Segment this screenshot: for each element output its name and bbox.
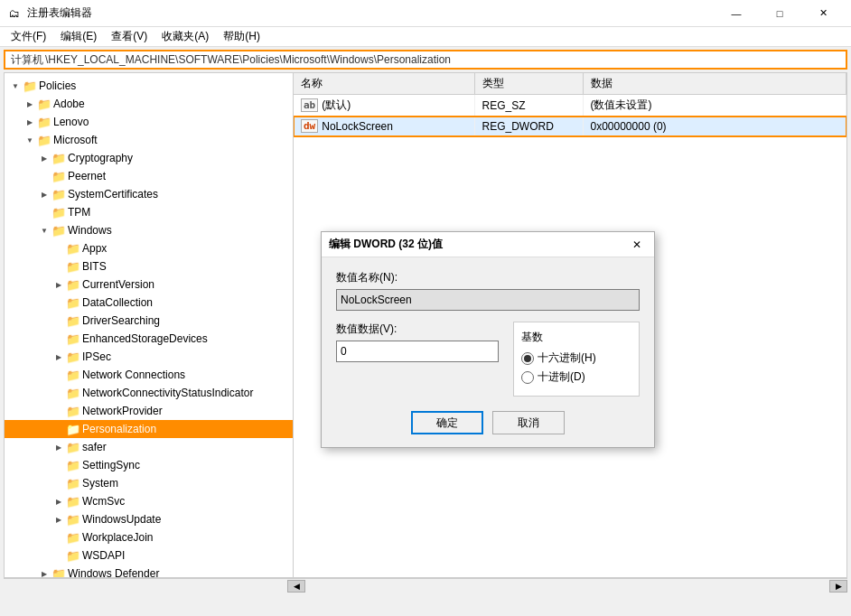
expand-icon-currentversion[interactable]: ▶	[51, 277, 66, 292]
tree-item-ipsec[interactable]: ▶📁IPSec	[5, 348, 293, 366]
folder-icon-workplacejoin: 📁	[66, 530, 80, 545]
title-bar-title: 注册表编辑器	[27, 5, 92, 21]
tree-label-windowsdefender: Windows Defender	[68, 567, 159, 577]
expand-icon-windowsdefender[interactable]: ▶	[37, 566, 51, 577]
scrollbar-right-arrow[interactable]: ▶	[829, 580, 847, 593]
horizontal-scrollbar[interactable]: ◀ ▶	[4, 578, 847, 593]
dialog-confirm-button[interactable]: 确定	[411, 411, 483, 434]
tree-item-currentversion[interactable]: ▶📁CurrentVersion	[5, 275, 293, 294]
reg-type-icon: dw	[301, 119, 318, 133]
menu-edit[interactable]: 编辑(E)	[53, 27, 104, 46]
tree-label-wcmsvc: WcmSvc	[82, 495, 125, 508]
table-row[interactable]: ab(默认)REG_SZ(数值未设置)	[294, 95, 846, 117]
tree-item-networkconn2[interactable]: 📁NetworkConnectivityStatusIndicator	[5, 384, 293, 402]
tree-item-systemcerts[interactable]: ▶📁SystemCertificates	[5, 185, 293, 203]
tree-label-peernet: Peernet	[68, 170, 106, 182]
menu-favorites[interactable]: 收藏夹(A)	[154, 27, 216, 46]
expand-icon-ipsec[interactable]: ▶	[51, 350, 66, 364]
expand-icon-safer[interactable]: ▶	[51, 440, 66, 454]
main-area: ▼📁Policies▶📁Adobe▶📁Lenovo▼📁Microsoft▶📁Cr…	[4, 72, 847, 578]
title-bar: 🗂 注册表编辑器 — □ ✕	[0, 0, 851, 27]
expand-icon-systemcerts[interactable]: ▶	[37, 187, 51, 201]
expand-icon-windows[interactable]: ▼	[37, 223, 51, 238]
radio-dec-btn[interactable]	[521, 371, 534, 384]
expand-icon-adobe[interactable]: ▶	[23, 97, 37, 111]
maximize-button[interactable]: □	[759, 1, 800, 26]
menu-help[interactable]: 帮助(H)	[216, 27, 267, 46]
close-button[interactable]: ✕	[802, 1, 844, 26]
tree-item-safer[interactable]: ▶📁safer	[5, 438, 293, 456]
tree-item-windowsdefender[interactable]: ▶📁Windows Defender	[5, 565, 293, 577]
folder-icon-adobe: 📁	[37, 97, 51, 111]
reg-name-label: NoLockScreen	[322, 120, 393, 133]
tree-item-tpm[interactable]: 📁TPM	[5, 203, 293, 221]
tree-item-networkprovider[interactable]: 📁NetworkProvider	[5, 402, 293, 420]
expand-icon-networkprovider	[51, 404, 66, 418]
menu-view[interactable]: 查看(V)	[104, 27, 154, 46]
tree-panel: ▼📁Policies▶📁Adobe▶📁Lenovo▼📁Microsoft▶📁Cr…	[5, 73, 294, 577]
folder-icon-networkprovider: 📁	[66, 404, 80, 418]
tree-item-adobe[interactable]: ▶📁Adobe	[5, 95, 293, 113]
folder-icon-windowsdefender: 📁	[51, 566, 66, 577]
radio-hex[interactable]: 十六进制(H)	[521, 350, 631, 366]
tree-label-networkprovider: NetworkProvider	[82, 405, 163, 417]
tree-item-networkconnections[interactable]: 📁Network Connections	[5, 366, 293, 384]
edit-dialog: 编辑 DWORD (32 位)值 ✕ 数值名称(N): 数值数据(V): 基数 …	[321, 231, 655, 448]
expand-icon-cryptography[interactable]: ▶	[37, 151, 51, 165]
tree-label-safer: safer	[82, 441, 107, 453]
folder-icon-networkconnections: 📁	[66, 368, 80, 382]
expand-icon-wcmsvc[interactable]: ▶	[51, 494, 66, 509]
tree-item-personalization[interactable]: 📁Personalization	[5, 420, 293, 438]
tree-label-lenovo: Lenovo	[53, 116, 89, 128]
radio-dec[interactable]: 十进制(D)	[521, 369, 631, 385]
tree-label-cryptography: Cryptography	[68, 152, 133, 164]
radio-dec-label: 十进制(D)	[538, 369, 585, 385]
dialog-name-input[interactable]	[336, 289, 640, 311]
tree-item-windowsupdate[interactable]: ▶📁WindowsUpdate	[5, 510, 293, 528]
reg-type-cell: REG_DWORD	[474, 117, 583, 136]
tree-item-lenovo[interactable]: ▶📁Lenovo	[5, 113, 293, 131]
menu-file[interactable]: 文件(F)	[4, 27, 53, 46]
tree-item-policies[interactable]: ▼📁Policies	[5, 77, 293, 95]
folder-icon-safer: 📁	[66, 440, 80, 454]
tree-label-windows: Windows	[68, 224, 112, 237]
folder-icon-system: 📁	[66, 476, 80, 490]
tree-item-cryptography[interactable]: ▶📁Cryptography	[5, 149, 293, 167]
radio-hex-btn[interactable]	[521, 352, 534, 365]
tree-item-peernet[interactable]: 📁Peernet	[5, 167, 293, 185]
tree-item-bits[interactable]: 📁BITS	[5, 257, 293, 275]
folder-icon-cryptography: 📁	[51, 151, 66, 165]
tree-label-wsdapi: WSDAPI	[82, 549, 125, 562]
menu-bar: 文件(F) 编辑(E) 查看(V) 收藏夹(A) 帮助(H)	[0, 27, 851, 47]
expand-icon-windowsupdate[interactable]: ▶	[51, 512, 66, 527]
expand-icon-system	[51, 476, 66, 490]
dialog-title: 编辑 DWORD (32 位)值	[329, 237, 443, 252]
dialog-close-button[interactable]: ✕	[627, 235, 647, 255]
reg-name-label: (默认)	[322, 98, 351, 113]
tree-item-windows[interactable]: ▼📁Windows	[5, 221, 293, 239]
tree-item-settingsync[interactable]: 📁SettingSync	[5, 456, 293, 474]
table-row[interactable]: dwNoLockScreenREG_DWORD0x00000000 (0)	[294, 117, 846, 136]
folder-icon-enhancedstorage: 📁	[66, 331, 80, 346]
tree-item-system[interactable]: 📁System	[5, 474, 293, 492]
tree-item-workplacejoin[interactable]: 📁WorkplaceJoin	[5, 528, 293, 546]
tree-item-datacollection[interactable]: 📁DataCollection	[5, 294, 293, 312]
minimize-button[interactable]: —	[715, 1, 757, 26]
scrollbar-thumb[interactable]: ◀	[287, 580, 305, 593]
expand-icon-microsoft[interactable]: ▼	[23, 133, 37, 147]
expand-icon-policies[interactable]: ▼	[8, 79, 23, 93]
expand-icon-lenovo[interactable]: ▶	[23, 115, 37, 129]
tree-item-driversearching[interactable]: 📁DriverSearching	[5, 312, 293, 330]
dialog-value-input[interactable]	[336, 341, 499, 362]
tree-item-microsoft[interactable]: ▼📁Microsoft	[5, 131, 293, 149]
folder-icon-tpm: 📁	[51, 205, 66, 219]
tree-item-enhancedstorage[interactable]: 📁EnhancedStorageDevices	[5, 330, 293, 348]
dialog-cancel-button[interactable]: 取消	[492, 411, 565, 434]
tree-item-wsdapi[interactable]: 📁WSDAPI	[5, 546, 293, 565]
tree-item-appx[interactable]: 📁Appx	[5, 239, 293, 257]
address-path: \HKEY_LOCAL_MACHINE\SOFTWARE\Policies\Mi…	[45, 53, 451, 66]
folder-icon-appx: 📁	[66, 241, 80, 256]
expand-icon-bits	[51, 259, 66, 274]
expand-icon-personalization	[51, 422, 66, 436]
tree-item-wcmsvc[interactable]: ▶📁WcmSvc	[5, 492, 293, 510]
